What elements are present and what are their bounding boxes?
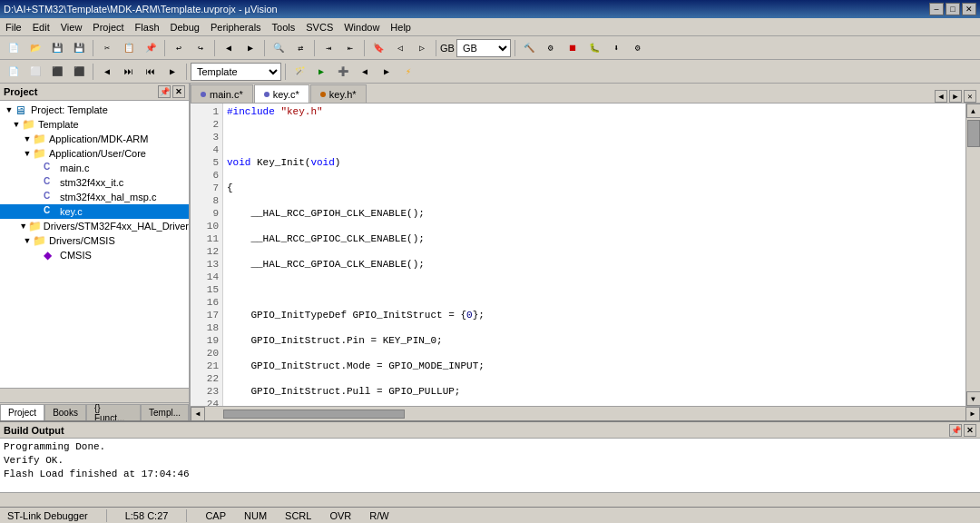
undo-btn[interactable]: ↩ <box>169 38 189 58</box>
menu-project[interactable]: Project <box>87 18 129 35</box>
maximize-button[interactable]: □ <box>946 3 960 15</box>
expand-hal-driver[interactable]: ▼ <box>19 222 28 231</box>
menu-edit[interactable]: Edit <box>27 18 55 35</box>
hscroll-thumb[interactable] <box>223 410 405 419</box>
menu-tools[interactable]: Tools <box>267 18 301 35</box>
tree-cmsis-folder[interactable]: ▼ 📁 Drivers/CMSIS <box>0 233 189 248</box>
tree-main-c[interactable]: C main.c <box>0 161 189 175</box>
bookmark-prev-btn[interactable]: ◁ <box>390 38 410 58</box>
open-btn[interactable]: 📂 <box>25 38 45 58</box>
tb2-exec[interactable]: ⚡ <box>398 62 418 82</box>
editor-tab-key-h[interactable]: key.h* <box>310 84 367 103</box>
debug-btn[interactable]: 🐛 <box>584 38 604 58</box>
tab-scroll-left[interactable]: ◀ <box>935 90 947 103</box>
code-editor[interactable]: #include "key.h" void Key_Init(void) { _… <box>223 104 965 406</box>
tb2-next[interactable]: ▶ <box>377 62 397 82</box>
settings-btn[interactable]: ⚙ <box>628 38 648 58</box>
vscroll-thumb[interactable] <box>967 120 980 147</box>
tree-root[interactable]: ▼ 🖥 Project: Template <box>0 103 189 117</box>
tb2-run[interactable]: ▶ <box>311 62 331 82</box>
menu-file[interactable]: File <box>0 18 27 35</box>
editor-tab-key-c[interactable]: key.c* <box>254 84 309 103</box>
tb2-btn3[interactable]: ⬛ <box>47 62 67 82</box>
tree-mdk-arm[interactable]: ▼ 📁 Application/MDK-ARM <box>0 132 189 146</box>
expand-user-core[interactable]: ▼ <box>22 149 33 158</box>
tab-functions[interactable]: {} Funct... <box>86 404 141 420</box>
project-close-btn[interactable]: ✕ <box>172 85 185 98</box>
tb2-btn4[interactable]: ⬛ <box>69 62 89 82</box>
rebuild-btn[interactable]: ⚙ <box>541 38 561 58</box>
nav-back-btn[interactable]: ◀ <box>219 38 239 58</box>
expand-root[interactable]: ▼ <box>4 105 15 114</box>
paste-btn[interactable]: 📌 <box>141 38 161 58</box>
copy-btn[interactable]: 📋 <box>119 38 139 58</box>
project-pin-btn[interactable]: 📌 <box>158 85 171 98</box>
tb2-btn8[interactable]: ▶ <box>162 62 182 82</box>
redo-btn[interactable]: ↪ <box>191 38 211 58</box>
vscroll-up[interactable]: ▲ <box>966 104 981 118</box>
menu-peripherals[interactable]: Peripherals <box>205 18 267 35</box>
editor-tab-bar: main.c* key.c* key.h* ◀ ▶ ✕ <box>191 84 980 104</box>
tb2-green[interactable]: ➕ <box>333 62 353 82</box>
tree-cmsis[interactable]: ◆ CMSIS <box>0 248 189 262</box>
menu-view[interactable]: View <box>55 18 88 35</box>
editor-hscroll[interactable]: ◀ ▶ <box>191 406 980 420</box>
project-hscroll[interactable] <box>0 388 189 402</box>
minimize-button[interactable]: – <box>929 3 944 15</box>
tree-hal-driver[interactable]: ▼ 📁 Drivers/STM32F4xx_HAL_Driver <box>0 219 189 233</box>
bookmark-next-btn[interactable]: ▷ <box>412 38 432 58</box>
tree-stm32-msp[interactable]: C stm32f4xx_hal_msp.c <box>0 190 189 204</box>
editor-tab-main-c[interactable]: main.c* <box>191 84 253 103</box>
tb2-btn7[interactable]: ⏮ <box>141 62 161 82</box>
expand-cmsis-folder[interactable]: ▼ <box>22 236 33 245</box>
tb2-btn2[interactable]: ⬜ <box>25 62 45 82</box>
tree-stm32-it[interactable]: C stm32f4xx_it.c <box>0 175 189 190</box>
cut-btn[interactable]: ✂ <box>97 38 117 58</box>
expand-mdk-arm[interactable]: ▼ <box>22 134 33 143</box>
menu-debug[interactable]: Debug <box>165 18 205 35</box>
menu-window[interactable]: Window <box>338 18 385 35</box>
tab-close[interactable]: ✕ <box>964 90 976 103</box>
close-button[interactable]: ✕ <box>962 3 976 15</box>
editor-vscroll[interactable]: ▲ ▼ <box>965 104 980 406</box>
menu-help[interactable]: Help <box>385 18 416 35</box>
hscroll-right[interactable]: ▶ <box>965 407 980 421</box>
hscroll-left[interactable]: ◀ <box>191 407 205 421</box>
hscroll-track[interactable] <box>205 409 965 419</box>
tree-template[interactable]: ▼ 📁 Template <box>0 117 189 132</box>
menu-svcs[interactable]: SVCS <box>300 18 338 35</box>
tb2-btn1[interactable]: 📄 <box>4 62 24 82</box>
tree-label-main-c: main.c <box>60 163 89 173</box>
code-line-11: GPIO_InitStruct.Mode = GPIO_MODE_INPUT; <box>227 360 962 372</box>
build-close-btn[interactable]: ✕ <box>964 424 976 437</box>
outdent-btn[interactable]: ⇤ <box>340 38 360 58</box>
nav-fwd-btn[interactable]: ▶ <box>240 38 260 58</box>
tab-templates[interactable]: Templ... <box>141 404 189 420</box>
tree-key-c[interactable]: C key.c <box>0 204 189 219</box>
tab-scroll-right[interactable]: ▶ <box>949 90 962 103</box>
new-file-btn[interactable]: 📄 <box>4 38 24 58</box>
tab-project[interactable]: Project <box>0 404 44 420</box>
build-btn[interactable]: 🔨 <box>519 38 539 58</box>
menu-flash[interactable]: Flash <box>130 18 165 35</box>
build-pin-btn[interactable]: 📌 <box>949 424 962 437</box>
indent-btn[interactable]: ⇥ <box>318 38 338 58</box>
tb2-btn6[interactable]: ⏭ <box>119 62 139 82</box>
tb2-prev[interactable]: ◀ <box>355 62 375 82</box>
find-btn[interactable]: 🔍 <box>269 38 289 58</box>
stop-btn[interactable]: ⏹ <box>563 38 583 58</box>
build-hscroll[interactable] <box>0 492 980 507</box>
tb2-magic[interactable]: 🪄 <box>289 62 309 82</box>
save-btn[interactable]: 💾 <box>47 38 67 58</box>
tab-books[interactable]: Books <box>44 404 86 420</box>
download-btn[interactable]: ⬇ <box>606 38 626 58</box>
tb2-btn5[interactable]: ◀ <box>97 62 117 82</box>
replace-btn[interactable]: ⇄ <box>290 38 310 58</box>
target-dropdown[interactable]: GB <box>456 39 511 57</box>
tree-user-core[interactable]: ▼ 📁 Application/User/Core <box>0 146 189 161</box>
expand-template[interactable]: ▼ <box>11 120 22 129</box>
bookmark-btn[interactable]: 🔖 <box>368 38 388 58</box>
template-dropdown[interactable]: Template <box>191 63 281 81</box>
save-all-btn[interactable]: 💾 <box>69 38 89 58</box>
vscroll-down[interactable]: ▼ <box>966 391 981 406</box>
